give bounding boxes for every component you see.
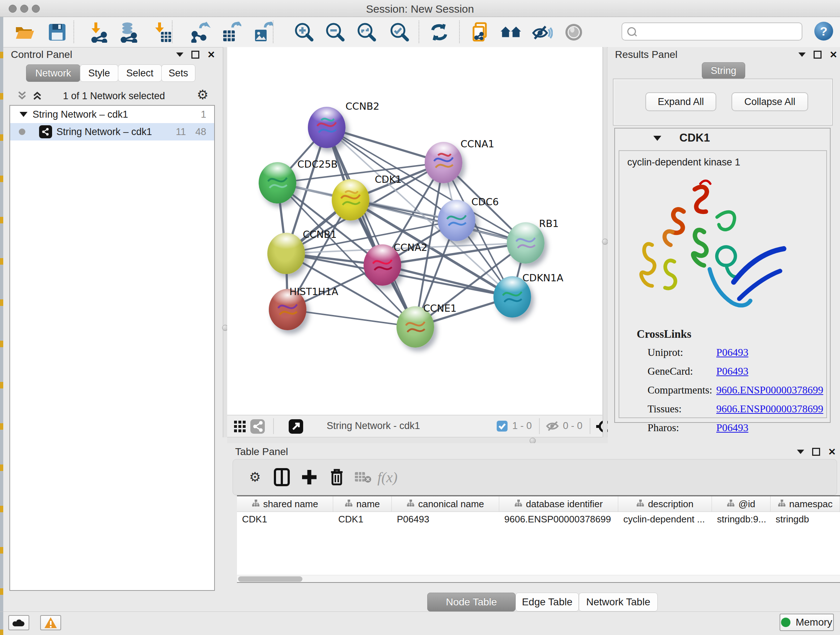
table-options-gear-icon[interactable] — [244, 466, 266, 488]
network-node-ccnb1[interactable] — [267, 233, 305, 274]
table-row[interactable]: CDK1CDK1P064939606.ENSP00000378699cyclin… — [237, 511, 840, 527]
table-cell[interactable]: P06493 — [392, 511, 499, 527]
memory-status-button[interactable]: Memory — [780, 614, 834, 631]
table-hscrollbar[interactable] — [237, 575, 840, 583]
table-cell[interactable]: 9606.ENSP00000378699 — [499, 511, 618, 527]
export-table-icon[interactable] — [220, 21, 242, 43]
network-canvas[interactable]: CCNB2CCNA1CDC25BCDK1CDC6RB1CCNB1CCNA2CDK… — [227, 47, 602, 415]
crosslink-row: Tissues:9606.ENSP00000378699 — [619, 403, 828, 422]
show-all-icon[interactable] — [563, 21, 584, 43]
import-network-file-icon[interactable] — [88, 21, 109, 43]
export-network-icon[interactable] — [189, 21, 211, 43]
table-cell[interactable]: CDK1 — [333, 511, 392, 527]
import-network-database-icon[interactable] — [118, 21, 139, 43]
network-edge[interactable] — [287, 310, 415, 327]
table-cell[interactable]: stringdb — [771, 511, 840, 527]
tab-select[interactable]: Select — [118, 65, 162, 82]
crosslinks-title: CrossLinks — [637, 328, 691, 340]
network-row[interactable]: String Network – cdk1 11 48 — [10, 123, 214, 141]
column-header-description[interactable]: description — [618, 496, 712, 511]
hscrollbar-thumb[interactable] — [238, 576, 302, 582]
show-columns-icon[interactable] — [271, 466, 293, 488]
network-node-cdk1[interactable] — [332, 179, 369, 220]
duplicate-network-icon[interactable] — [470, 21, 492, 43]
network-node-ccna1[interactable] — [425, 142, 462, 183]
open-in-window-icon[interactable] — [289, 419, 303, 435]
delete-table-icon[interactable] — [352, 466, 374, 488]
refresh-view-icon[interactable] — [428, 21, 450, 43]
float-panel-icon[interactable] — [813, 51, 821, 59]
column-header-canonical-name[interactable]: canonical name — [392, 496, 499, 511]
expand-all-button[interactable]: Expand All — [645, 92, 716, 111]
crosslink-label: Uniprot: — [647, 347, 683, 358]
tab-network-table[interactable]: Network Table — [579, 593, 658, 611]
protein-ribbon-thumbnail — [370, 252, 395, 278]
close-panel-icon[interactable] — [829, 50, 837, 59]
tab-node-table[interactable]: Node Table — [427, 593, 515, 611]
table-cell[interactable]: cyclin-dependent ... — [618, 511, 712, 527]
column-header-label: database identifier — [526, 499, 603, 510]
tab-string-results[interactable]: String — [702, 62, 745, 79]
first-neighbors-icon[interactable] — [500, 21, 522, 43]
warnings-status-button[interactable] — [40, 615, 61, 630]
network-collection-row[interactable]: String Network – cdk1 1 — [10, 106, 214, 123]
crosslink-link[interactable]: 9606.ENSP00000378699 — [716, 384, 823, 396]
zoom-out-icon[interactable] — [325, 21, 346, 43]
column-type-icon — [515, 499, 523, 510]
hide-selected-icon[interactable] — [531, 21, 553, 43]
section-disclosure-icon[interactable] — [653, 136, 661, 141]
cloud-status-button[interactable] — [8, 615, 29, 630]
panel-menu-icon[interactable] — [797, 450, 804, 454]
network-options-gear-icon[interactable] — [197, 88, 208, 101]
crosslink-link[interactable]: 9606.ENSP00000378699 — [716, 403, 823, 415]
collection-disclosure-icon[interactable] — [19, 112, 27, 117]
column-header--id[interactable]: @id — [712, 496, 771, 511]
crosslink-link[interactable]: P06493 — [716, 347, 748, 358]
column-header-database-identifier[interactable]: database identifier — [499, 496, 618, 511]
network-node-ccnb2[interactable] — [308, 107, 346, 148]
network-node-cdc6[interactable] — [438, 200, 475, 241]
float-panel-icon[interactable] — [812, 448, 820, 456]
close-panel-icon[interactable] — [207, 50, 215, 59]
collapse-all-networks-icon[interactable] — [31, 90, 43, 103]
close-panel-icon[interactable] — [828, 447, 836, 456]
right-splitter-handle[interactable] — [602, 239, 608, 245]
fit-content-icon[interactable] — [356, 21, 378, 43]
column-header-namespac[interactable]: namespac — [771, 496, 840, 511]
table-cell[interactable]: CDK1 — [237, 511, 333, 527]
zoom-selected-icon[interactable] — [389, 21, 411, 43]
crosslink-link[interactable]: P06493 — [716, 365, 748, 377]
tab-edge-table[interactable]: Edge Table — [515, 593, 579, 611]
search-input[interactable] — [622, 22, 802, 41]
table-panel-title: Table Panel — [235, 446, 288, 458]
network-node-cdc25b[interactable] — [259, 162, 296, 203]
table-cell[interactable]: stringdb:9... — [712, 511, 771, 527]
crosslink-link[interactable]: P06493 — [716, 422, 748, 434]
export-image-icon[interactable] — [252, 21, 273, 43]
string-result-section: CDK1 cyclin-dependent kinase 1 — [614, 128, 831, 423]
float-panel-icon[interactable] — [191, 51, 199, 59]
column-header-shared-name[interactable]: shared name — [237, 496, 333, 511]
panel-menu-icon[interactable] — [176, 52, 183, 57]
import-table-file-icon[interactable] — [151, 21, 173, 43]
network-view-icon[interactable] — [250, 419, 265, 435]
node-label-cdk1: CDK1 — [375, 174, 402, 185]
expand-all-networks-icon[interactable] — [16, 90, 28, 103]
hidden-eye-icon[interactable] — [546, 420, 560, 433]
open-session-icon[interactable] — [14, 21, 35, 43]
grid-view-icon[interactable] — [234, 420, 246, 434]
help-button[interactable] — [814, 22, 833, 41]
tab-network[interactable]: Network — [26, 65, 80, 82]
collapse-all-button[interactable]: Collapse All — [731, 92, 808, 111]
delete-column-icon[interactable] — [325, 466, 348, 488]
tab-style[interactable]: Style — [80, 65, 118, 82]
panel-menu-icon[interactable] — [798, 52, 806, 57]
create-column-icon[interactable] — [298, 466, 321, 488]
zoom-in-icon[interactable] — [294, 21, 315, 43]
column-header-name[interactable]: name — [333, 496, 392, 511]
selected-checkbox-icon[interactable] — [497, 421, 508, 433]
network-edge[interactable] — [327, 127, 415, 327]
function-builder-icon[interactable]: f(x) — [376, 466, 399, 488]
save-session-icon[interactable] — [46, 21, 68, 43]
tab-sets[interactable]: Sets — [161, 65, 195, 82]
